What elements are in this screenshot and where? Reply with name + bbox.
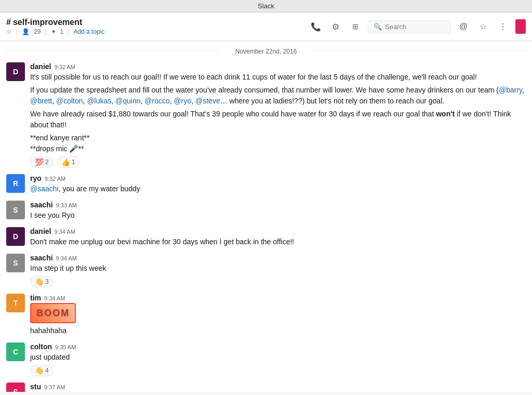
timestamp: 9:37 AM bbox=[44, 384, 65, 390]
emoji-reaction[interactable]: 👋 3 bbox=[30, 276, 54, 287]
message-content: colton 9:35 AM just updated 👋 4 bbox=[30, 343, 526, 376]
phone-button[interactable]: 📞 bbox=[309, 19, 323, 34]
message-text: If you update the spreadsheet and fill o… bbox=[30, 85, 526, 107]
emoji-reactions: 💯 2 👍 1 bbox=[30, 156, 526, 168]
hash-icon: # bbox=[6, 18, 11, 27]
message-group: R ryo 9:32 AM @saachi, you are my water … bbox=[0, 171, 532, 198]
message-content: stu 9:37 AM going in now 👋 4 @steve is a… bbox=[30, 383, 526, 392]
timestamp: 9:33 AM bbox=[56, 202, 77, 208]
message-content: daniel 9:34 AM Don't make me unplug our … bbox=[30, 227, 526, 247]
username: ryo bbox=[30, 174, 42, 182]
search-input[interactable] bbox=[385, 23, 445, 31]
messages-area: November 22nd, 2016 D daniel 9:32 AM It'… bbox=[0, 42, 532, 392]
message-text: hahahhaha bbox=[30, 325, 526, 336]
timestamp: 9:34 AM bbox=[54, 229, 75, 235]
mention: @steve bbox=[195, 97, 220, 105]
message-group: S stu 9:37 AM going in now 👋 4 @steve is… bbox=[0, 379, 532, 392]
reaction-emoji: 👍 bbox=[61, 158, 70, 166]
timestamp: 9:34 AM bbox=[44, 295, 65, 301]
phone-icon: 📞 bbox=[311, 22, 321, 32]
message-group: C colton 9:35 AM just updated 👋 4 bbox=[0, 339, 532, 379]
add-topic-link[interactable]: Add a topic bbox=[73, 28, 104, 35]
message-header: daniel 9:34 AM bbox=[30, 227, 526, 235]
username: daniel bbox=[30, 62, 51, 71]
mention: @colton bbox=[56, 97, 83, 105]
username: colton bbox=[30, 343, 52, 351]
timestamp: 9:32 AM bbox=[45, 176, 65, 182]
search-box[interactable]: 🔍 bbox=[368, 20, 451, 33]
avatar: D bbox=[6, 227, 25, 246]
channel-meta: ☆ | 👤 29 | ✦ 1 | Add a topic bbox=[6, 28, 104, 35]
message-text: I see you Ryo bbox=[30, 210, 526, 221]
message-group: T tim 9:34 AM BOOM hahahhaha bbox=[0, 291, 532, 339]
avatar: R bbox=[6, 174, 25, 193]
username: stu bbox=[30, 383, 41, 391]
star-count-icon: ✦ bbox=[51, 28, 56, 35]
mention: @brett bbox=[30, 97, 52, 105]
message-header: stu 9:37 AM bbox=[30, 383, 526, 391]
username: saachi bbox=[30, 201, 53, 209]
boom-image: BOOM bbox=[30, 303, 76, 323]
message-content: tim 9:34 AM BOOM hahahhaha bbox=[30, 294, 526, 336]
settings-button[interactable]: ⚙ bbox=[328, 19, 343, 34]
search-icon: 🔍 bbox=[374, 23, 382, 31]
mention: @saachi bbox=[30, 185, 59, 193]
emoji-reactions: 👋 3 bbox=[30, 276, 526, 287]
message-content: saachi 9:34 AM Ima step it up this week … bbox=[30, 254, 526, 287]
layout-icon: ⊞ bbox=[352, 22, 358, 31]
reaction-count: 2 bbox=[45, 159, 49, 166]
at-icon: @ bbox=[459, 22, 468, 31]
timestamp: 9:34 AM bbox=[56, 255, 77, 261]
message-text: BOOM bbox=[30, 303, 526, 323]
username: tim bbox=[30, 294, 41, 302]
message-header: tim 9:34 AM bbox=[30, 294, 526, 302]
message-header: colton 9:35 AM bbox=[30, 343, 526, 351]
emoji-reactions: 👋 4 bbox=[30, 365, 526, 376]
channel-toolbar: 📞 ⚙ ⊞ 🔍 @ ☆ ⋮ bbox=[309, 19, 526, 34]
message-text: We have already raised $1,880 towards ou… bbox=[30, 109, 526, 130]
message-header: saachi 9:33 AM bbox=[30, 201, 526, 209]
avatar: S bbox=[6, 254, 25, 272]
star-count: 1 bbox=[60, 28, 64, 35]
notification-badge[interactable] bbox=[515, 19, 526, 34]
avatar: T bbox=[6, 294, 25, 312]
message-text: **drops mic 🎤** bbox=[30, 143, 526, 154]
more-button[interactable]: ⋮ bbox=[496, 19, 510, 34]
message-text: It's still possible for us to reach our … bbox=[30, 72, 526, 83]
emoji-reaction[interactable]: 💯 2 bbox=[30, 156, 54, 168]
username: daniel bbox=[30, 227, 51, 235]
avatar: D bbox=[6, 62, 25, 81]
message-group: D daniel 9:32 AM It's still possible for… bbox=[0, 59, 532, 171]
message-group: D daniel 9:34 AM Don't make me unplug ou… bbox=[0, 224, 532, 251]
channel-header: #self-improvement ☆ | 👤 29 | ✦ 1 | Add a… bbox=[0, 12, 532, 42]
mention: @quinn bbox=[115, 97, 140, 105]
star-button[interactable]: ☆ bbox=[476, 19, 490, 34]
emoji-reaction[interactable]: 👋 4 bbox=[30, 365, 54, 376]
channel-info: #self-improvement ☆ | 👤 29 | ✦ 1 | Add a… bbox=[6, 18, 104, 35]
mention: @barry bbox=[499, 86, 522, 94]
mention: @ryo bbox=[174, 97, 192, 105]
timestamp: 9:35 AM bbox=[55, 344, 76, 350]
message-group: S saachi 9:33 AM I see you Ryo bbox=[0, 198, 532, 224]
emoji-reaction[interactable]: 👍 1 bbox=[57, 156, 80, 168]
message-header: ryo 9:32 AM bbox=[30, 174, 526, 182]
message-header: saachi 9:34 AM bbox=[30, 254, 526, 262]
layout-button[interactable]: ⊞ bbox=[348, 19, 363, 34]
reaction-count: 3 bbox=[45, 278, 49, 285]
at-button[interactable]: @ bbox=[456, 19, 471, 34]
message-content: saachi 9:33 AM I see you Ryo bbox=[30, 201, 526, 221]
more-icon: ⋮ bbox=[499, 22, 507, 32]
reaction-count: 1 bbox=[72, 159, 75, 166]
mention: @lukas bbox=[87, 97, 111, 105]
date-divider: November 22nd, 2016 bbox=[0, 42, 532, 59]
app-title: Slack bbox=[258, 2, 274, 10]
message-text: just updated bbox=[30, 352, 526, 363]
member-count-icon: 👤 bbox=[22, 28, 30, 35]
reaction-emoji: 💯 bbox=[35, 158, 44, 166]
username: saachi bbox=[30, 254, 53, 262]
member-count: 29 bbox=[34, 28, 41, 35]
star-toolbar-icon: ☆ bbox=[480, 22, 487, 32]
star-icon[interactable]: ☆ bbox=[6, 28, 12, 35]
mention: @rocco bbox=[144, 97, 169, 105]
channel-name: #self-improvement bbox=[6, 18, 104, 27]
